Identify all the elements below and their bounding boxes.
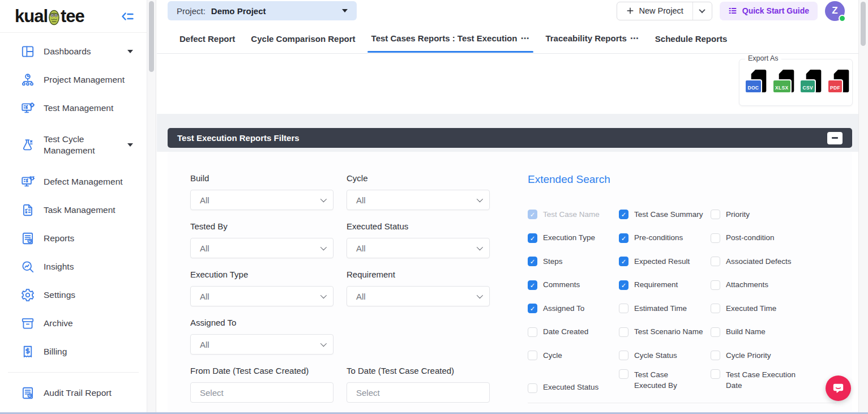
new-project-button[interactable]: New Project <box>617 2 692 20</box>
checkbox-assigned-to[interactable]: Assigned To <box>528 297 619 321</box>
sidebar-item-dashboards[interactable]: Dashboards <box>0 37 147 66</box>
checkbox-test-scenario-name[interactable]: Test Scenario Name <box>619 321 711 344</box>
checkbox-icon <box>711 304 720 313</box>
avatar-initial: Z <box>832 5 837 16</box>
collapse-filters-button[interactable] <box>827 132 843 144</box>
sidebar-item-defect-management[interactable]: Defect Management <box>0 168 147 196</box>
from-date-created-input[interactable] <box>190 382 333 403</box>
sidebar-divider <box>8 372 139 373</box>
user-avatar[interactable]: Z <box>825 1 845 21</box>
checkbox-requirement[interactable]: Requirement <box>619 274 711 297</box>
sidebar-item-billing[interactable]: Billing <box>0 338 147 366</box>
checkbox-cycle[interactable]: Cycle <box>528 344 619 368</box>
page-scrollbar[interactable] <box>858 0 868 414</box>
executed-status-select[interactable]: All <box>347 238 490 258</box>
sidebar-item-insights[interactable]: Insights <box>0 253 147 281</box>
sidebar-item-test-management[interactable]: Test Management <box>0 94 147 122</box>
chevron-down-icon <box>477 292 483 298</box>
checkbox-comments[interactable]: Comments <box>528 274 619 297</box>
checkbox-test-case-executed-by[interactable]: Test Case Executed By <box>619 368 711 397</box>
checkbox-attachments[interactable]: Attachments <box>711 274 836 297</box>
chevron-down-icon <box>699 7 705 13</box>
checkbox-test-case-execution-date[interactable]: Test Case Execution Date <box>711 368 836 397</box>
checkbox-icon <box>711 280 720 290</box>
sidebar-item-audit-trail-report[interactable]: Audit Trail Report <box>0 379 147 407</box>
sidebar-item-reports[interactable]: Reports <box>0 224 147 253</box>
billing-icon <box>20 344 35 359</box>
export-pdf-button[interactable]: PDF <box>827 67 853 99</box>
sidebar-item-settings[interactable]: Settings <box>0 281 147 309</box>
plus-icon <box>626 7 634 15</box>
checkbox-test-case-name[interactable]: Test Case Name <box>528 203 619 227</box>
checkbox-execution-type[interactable]: Execution Type <box>528 227 619 250</box>
page-scrollbar-thumb[interactable] <box>861 2 866 46</box>
assigned-to-select[interactable]: All <box>190 334 333 355</box>
checkbox-pre-conditions[interactable]: Pre-conditions <box>619 227 711 250</box>
task-management-icon <box>20 203 35 217</box>
requirement-select[interactable]: All <box>347 286 490 306</box>
chevron-down-icon <box>320 292 327 298</box>
checkbox-test-case-summary[interactable]: Test Case Summary <box>619 203 711 227</box>
new-project-split-button: New Project <box>617 2 712 20</box>
checkbox-cycle-status[interactable]: Cycle Status <box>619 344 711 368</box>
checkbox-cycle-priority[interactable]: Cycle Priority <box>711 344 836 368</box>
tab-schedule-reports[interactable]: Schedule Reports <box>647 34 736 53</box>
checkbox-icon <box>528 233 537 243</box>
checkbox-icon <box>528 304 537 313</box>
build-select[interactable]: All <box>190 190 333 210</box>
chevron-down-icon <box>320 244 327 250</box>
export-xlsx-button[interactable]: XLSX <box>772 67 798 99</box>
main-content: Project: Demo Project New Project Quick … <box>157 0 858 414</box>
test-cycle-management-icon <box>20 138 35 152</box>
checkbox-icon <box>528 280 537 290</box>
sidebar-item-archive[interactable]: Archive <box>0 309 147 338</box>
to-date-created-input[interactable] <box>347 382 490 403</box>
checkbox-icon <box>711 351 720 360</box>
export-csv-button[interactable]: CSV <box>799 67 825 99</box>
cycle-select[interactable]: All <box>347 190 490 210</box>
filters-header-bar: Test Execution Reports Filters <box>168 128 852 148</box>
export-doc-button[interactable]: DOC <box>745 67 770 99</box>
checkbox-executed-status[interactable]: Executed Status <box>528 368 619 397</box>
doc-badge: DOC <box>745 79 762 93</box>
checkbox-priority[interactable]: Priority <box>711 203 836 227</box>
checkbox-icon <box>711 210 720 219</box>
checkbox-associated-defects[interactable]: Associated Defects <box>711 250 836 274</box>
logo-text: tee <box>61 6 84 27</box>
new-project-dropdown-button[interactable] <box>692 2 712 20</box>
tab-cycle-comparison-report[interactable]: Cycle Comparison Report <box>243 34 363 53</box>
project-selector[interactable]: Project: Demo Project <box>168 1 357 20</box>
sidebar-item-task-management[interactable]: Task Management <box>0 196 147 224</box>
executed-status-label: Executed Status <box>347 221 490 231</box>
sidebar-scrollbar-thumb[interactable] <box>149 1 154 72</box>
chevron-down-icon <box>320 196 327 202</box>
tab-traceability-reports[interactable]: Traceability Reports ⋯ <box>537 33 647 53</box>
sidebar-scrollbar[interactable] <box>147 0 156 414</box>
top-bar: Project: Demo Project New Project Quick … <box>157 0 858 22</box>
sidebar-item-project-management[interactable]: Project Management <box>0 66 147 94</box>
minimize-icon <box>832 137 838 139</box>
xlsx-badge: XLSX <box>772 79 792 93</box>
tab-menu-dots-icon[interactable]: ⋯ <box>630 33 639 44</box>
tab-menu-dots-icon[interactable]: ⋯ <box>520 33 529 44</box>
checkbox-steps[interactable]: Steps <box>528 250 619 274</box>
checkbox-estimated-time[interactable]: Estimated Time <box>619 297 711 321</box>
checkbox-executed-time[interactable]: Executed Time <box>711 297 836 321</box>
tab-defect-report[interactable]: Defect Report <box>172 34 243 53</box>
checkbox-icon <box>528 383 537 393</box>
tested-by-select[interactable]: All <box>190 238 333 258</box>
online-status-dot <box>839 15 846 22</box>
checkbox-build-name[interactable]: Build Name <box>711 321 836 344</box>
checkbox-icon <box>528 327 537 337</box>
checkbox-expected-result[interactable]: Expected Result <box>619 250 711 274</box>
chat-widget-button[interactable] <box>826 375 851 401</box>
sidebar-item-test-cycle-management[interactable]: Test Cycle Management <box>0 122 147 168</box>
tab-test-cases-reports-test-execution[interactable]: Test Cases Reports : Test Execution ⋯ <box>364 33 538 53</box>
assigned-to-label: Assigned To <box>190 318 333 327</box>
reports-icon <box>20 231 35 246</box>
checkbox-date-created[interactable]: Date Created <box>528 321 619 344</box>
quick-start-guide-button[interactable]: Quick Start Guide <box>720 2 818 20</box>
collapse-sidebar-icon[interactable] <box>121 10 134 23</box>
checkbox-post-condition[interactable]: Post-condition <box>711 227 836 250</box>
execution-type-select[interactable]: All <box>190 286 333 306</box>
